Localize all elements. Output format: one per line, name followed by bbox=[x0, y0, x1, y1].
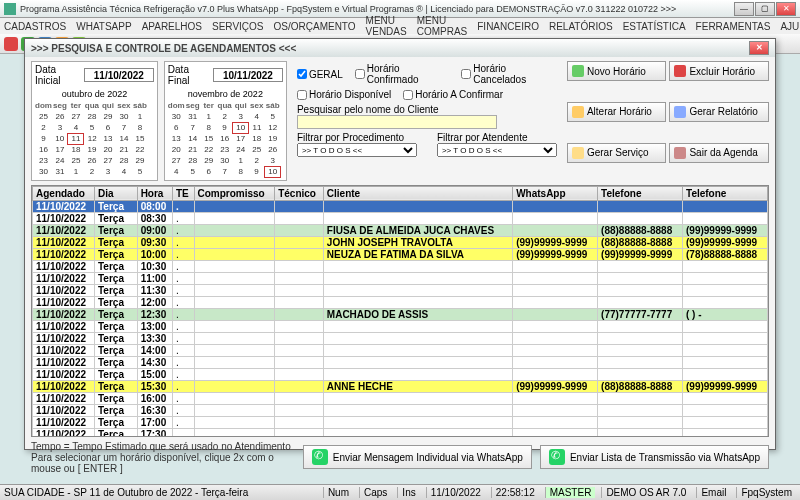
data-inicial-block: Data Inicial outubro de 2022 domsegterqu… bbox=[31, 61, 158, 181]
alterar-horario-button[interactable]: Alterar Horário bbox=[567, 102, 667, 122]
dialog-titlebar: >>> PESQUISA E CONTROLE DE AGENDAMENTOS … bbox=[25, 39, 775, 57]
grid-header[interactable]: Dia bbox=[95, 186, 138, 200]
data-final-block: Data Final novembro de 2022 domsegterqua… bbox=[164, 61, 287, 181]
gerar-relatorio-button[interactable]: Gerar Relatório bbox=[669, 102, 769, 122]
edit-icon bbox=[572, 106, 584, 118]
status-demo: DEMO OS AR 7.0 bbox=[601, 487, 690, 498]
grid-header[interactable]: TE bbox=[173, 186, 194, 200]
menu-estatistica[interactable]: ESTATÍSTICA bbox=[623, 21, 686, 32]
table-row[interactable]: 11/10/2022Terça12:30.MACHADO DE ASSIS(77… bbox=[33, 308, 768, 320]
grid-header[interactable]: Agendado bbox=[33, 186, 95, 200]
menu-whatsapp[interactable]: WHATSAPP bbox=[76, 21, 131, 32]
calendar-left[interactable]: outubro de 2022 domsegterquaquisexsáb252… bbox=[35, 88, 154, 177]
gerar-servico-button[interactable]: Gerar Serviço bbox=[567, 143, 667, 163]
data-final-input[interactable] bbox=[213, 68, 283, 82]
data-final-label: Data Final bbox=[168, 64, 209, 86]
delete-icon bbox=[674, 65, 686, 77]
grid-header[interactable]: Cliente bbox=[323, 186, 512, 200]
table-row[interactable]: 11/10/2022Terça15:30.ANNE HECHE(99)99999… bbox=[33, 380, 768, 392]
data-inicial-input[interactable] bbox=[84, 68, 154, 82]
chk-geral[interactable]: GERAL bbox=[297, 69, 343, 80]
whatsapp-individual-button[interactable]: Enviar Mensagem Individual via WhatsApp bbox=[303, 445, 532, 469]
status-local: SUA CIDADE - SP 11 de Outubro de 2022 - … bbox=[4, 487, 248, 498]
window-title: Programa Assistência Técnica Refrigeraçã… bbox=[20, 4, 734, 14]
table-row[interactable]: 11/10/2022Terça12:00. bbox=[33, 296, 768, 308]
filt-proc-select[interactable]: >> T O D O S << bbox=[297, 143, 417, 157]
filt-proc-label: Filtrar por Procedimento bbox=[297, 132, 417, 143]
chk-aconfirmar[interactable]: Horário A Confirmar bbox=[403, 89, 503, 100]
menu-ajuda[interactable]: AJUDA bbox=[780, 21, 800, 32]
cal-left-month: outubro de 2022 bbox=[35, 88, 154, 100]
table-row[interactable]: 11/10/2022Terça08:00. bbox=[33, 200, 768, 212]
grid-header[interactable]: Compromisso bbox=[194, 186, 275, 200]
menu-relatorios[interactable]: RELATÓRIOS bbox=[549, 21, 613, 32]
schedule-grid: AgendadoDiaHoraTECompromissoTécnicoClien… bbox=[32, 186, 768, 437]
chk-cancelados[interactable]: Horário Cancelados bbox=[461, 63, 557, 85]
grid-header[interactable]: Telefone bbox=[598, 186, 683, 200]
status-time: 22:58:12 bbox=[491, 487, 539, 498]
menu-aparelhos[interactable]: APARELHOS bbox=[142, 21, 202, 32]
data-inicial-label: Data Inicial bbox=[35, 64, 80, 86]
table-row[interactable]: 11/10/2022Terça10:30. bbox=[33, 260, 768, 272]
pesq-label: Pesquisar pelo nome do Cliente bbox=[297, 104, 557, 115]
status-email[interactable]: Email bbox=[696, 487, 730, 498]
menu-servicos[interactable]: SERVIÇOS bbox=[212, 21, 264, 32]
dialog-title-text: >>> PESQUISA E CONTROLE DE AGENDAMENTOS … bbox=[31, 43, 296, 54]
table-row[interactable]: 11/10/2022Terça16:30. bbox=[33, 404, 768, 416]
table-row[interactable]: 11/10/2022Terça11:30. bbox=[33, 284, 768, 296]
grid-header[interactable]: Técnico bbox=[275, 186, 324, 200]
whatsapp-icon bbox=[549, 449, 565, 465]
chk-confirmado[interactable]: Horário Confirmado bbox=[355, 63, 450, 85]
menu-ferramentas[interactable]: FERRAMENTAS bbox=[696, 21, 771, 32]
table-row[interactable]: 11/10/2022Terça13:30. bbox=[33, 332, 768, 344]
table-row[interactable]: 11/10/2022Terça14:00. bbox=[33, 344, 768, 356]
statusbar: SUA CIDADE - SP 11 de Outubro de 2022 - … bbox=[0, 484, 800, 500]
menu-os[interactable]: OS/ORÇAMENTO bbox=[274, 21, 356, 32]
cal-right-month: novembro de 2022 bbox=[168, 88, 283, 100]
table-row[interactable]: 11/10/2022Terça16:00. bbox=[33, 392, 768, 404]
sair-agenda-button[interactable]: Sair da Agenda bbox=[669, 143, 769, 163]
table-row[interactable]: 11/10/2022Terça09:00.FIUSA DE ALMEIDA JU… bbox=[33, 224, 768, 236]
table-row[interactable]: 11/10/2022Terça11:00. bbox=[33, 272, 768, 284]
dialog-close-button[interactable]: ✕ bbox=[749, 41, 769, 55]
tool-icon[interactable] bbox=[4, 37, 18, 51]
menu-compras[interactable]: MENU COMPRAS bbox=[417, 15, 468, 37]
grid-header[interactable]: Telefone bbox=[683, 186, 768, 200]
chk-disponivel[interactable]: Horário Disponível bbox=[297, 89, 391, 100]
schedule-dialog: >>> PESQUISA E CONTROLE DE AGENDAMENTOS … bbox=[24, 38, 776, 450]
whatsapp-lista-button[interactable]: Enviar Lista de Transmissão via WhatsApp bbox=[540, 445, 769, 469]
plus-icon bbox=[572, 65, 584, 77]
table-row[interactable]: 11/10/2022Terça13:00. bbox=[33, 320, 768, 332]
grid-header[interactable]: Hora bbox=[137, 186, 172, 200]
status-date: 11/10/2022 bbox=[426, 487, 485, 498]
action-buttons: Novo Horário Excluir Horário Alterar Hor… bbox=[567, 61, 769, 181]
calendar-right[interactable]: novembro de 2022 domsegterquaquisexsáb30… bbox=[168, 88, 283, 178]
service-icon bbox=[572, 147, 584, 159]
table-row[interactable]: 11/10/2022Terça17:00. bbox=[33, 416, 768, 428]
exit-icon bbox=[674, 147, 686, 159]
table-row[interactable]: 11/10/2022Terça09:30.JOHN JOSEPH TRAVOLT… bbox=[33, 236, 768, 248]
novo-horario-button[interactable]: Novo Horário bbox=[567, 61, 667, 81]
table-row[interactable]: 11/10/2022Terça08:30. bbox=[33, 212, 768, 224]
filt-atend-select[interactable]: >> T O D O S << bbox=[437, 143, 557, 157]
cliente-search-input[interactable] bbox=[297, 115, 497, 129]
table-row[interactable]: 11/10/2022Terça15:00. bbox=[33, 368, 768, 380]
menu-vendas[interactable]: MENU VENDAS bbox=[366, 15, 407, 37]
schedule-grid-wrap[interactable]: AgendadoDiaHoraTECompromissoTécnicoClien… bbox=[31, 185, 769, 437]
maximize-button[interactable]: ▢ bbox=[755, 2, 775, 16]
report-icon bbox=[674, 106, 686, 118]
whatsapp-icon bbox=[312, 449, 328, 465]
close-button[interactable]: ✕ bbox=[776, 2, 796, 16]
main-menubar: CADASTROS WHATSAPP APARELHOS SERVIÇOS OS… bbox=[0, 18, 800, 34]
table-row[interactable]: 11/10/2022Terça14:30. bbox=[33, 356, 768, 368]
excluir-horario-button[interactable]: Excluir Horário bbox=[669, 61, 769, 81]
status-num: Num bbox=[323, 487, 353, 498]
grid-header[interactable]: WhatsApp bbox=[513, 186, 598, 200]
minimize-button[interactable]: — bbox=[734, 2, 754, 16]
menu-cadastros[interactable]: CADASTROS bbox=[4, 21, 66, 32]
status-master: MASTER bbox=[545, 487, 596, 498]
table-row[interactable]: 11/10/2022Terça17:30. bbox=[33, 428, 768, 437]
app-icon bbox=[4, 3, 16, 15]
table-row[interactable]: 11/10/2022Terça10:00.NEUZA DE FATIMA DA … bbox=[33, 248, 768, 260]
menu-financeiro[interactable]: FINANCEIRO bbox=[477, 21, 539, 32]
